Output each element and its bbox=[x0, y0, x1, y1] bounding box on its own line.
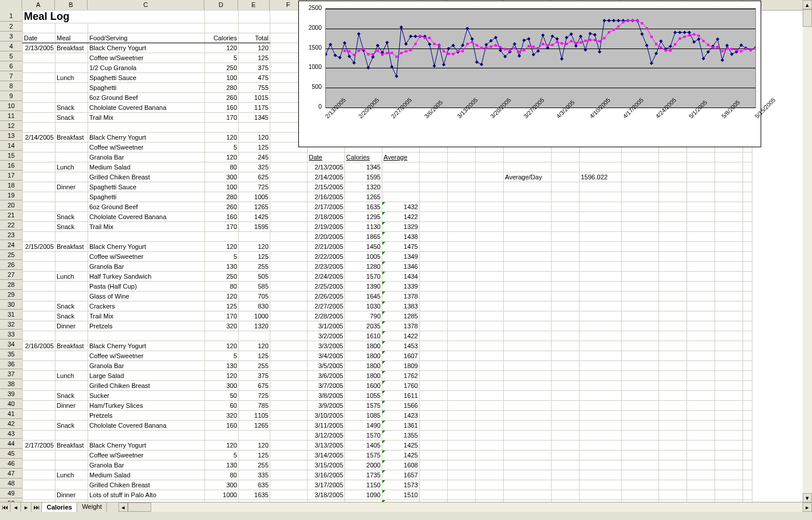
cell[interactable]: 1090 bbox=[345, 490, 382, 500]
cell[interactable] bbox=[580, 301, 622, 311]
cell[interactable]: 585 bbox=[239, 282, 270, 292]
cell[interactable] bbox=[88, 431, 205, 441]
cell[interactable] bbox=[476, 401, 504, 411]
cell[interactable]: 320 bbox=[205, 321, 239, 331]
cell[interactable] bbox=[580, 490, 622, 500]
cell[interactable] bbox=[504, 212, 552, 222]
cell[interactable]: 1575 bbox=[345, 401, 382, 411]
cell[interactable] bbox=[743, 162, 752, 172]
cell[interactable] bbox=[270, 252, 308, 262]
cell[interactable]: 5 bbox=[205, 252, 239, 262]
cell[interactable] bbox=[55, 450, 88, 460]
vscroll-thumb[interactable] bbox=[803, 9, 812, 27]
cell[interactable] bbox=[448, 262, 476, 272]
cell[interactable]: 2/27/2005 bbox=[308, 301, 345, 311]
cell[interactable]: Average/Day bbox=[504, 172, 552, 182]
cell[interactable] bbox=[23, 331, 55, 341]
cell[interactable] bbox=[743, 222, 752, 232]
cell[interactable] bbox=[659, 301, 687, 311]
cell[interactable]: 625 bbox=[239, 172, 270, 182]
cell[interactable] bbox=[552, 162, 580, 172]
row-header-15[interactable]: 15 bbox=[0, 151, 22, 161]
cell[interactable] bbox=[476, 232, 504, 242]
cell[interactable] bbox=[687, 411, 715, 421]
cell[interactable] bbox=[659, 381, 687, 391]
cell[interactable] bbox=[476, 192, 504, 202]
cell[interactable] bbox=[23, 202, 55, 212]
cell[interactable]: 335 bbox=[239, 470, 270, 480]
cell[interactable] bbox=[743, 192, 752, 202]
cell[interactable]: 3/9/2005 bbox=[308, 401, 345, 411]
cell[interactable]: Medium Salad bbox=[88, 470, 205, 480]
cell[interactable] bbox=[23, 381, 55, 391]
cell[interactable] bbox=[448, 351, 476, 361]
cell[interactable]: Snack bbox=[55, 301, 88, 311]
cell[interactable] bbox=[687, 192, 715, 202]
cell[interactable]: Spaghetti Sauce bbox=[88, 182, 205, 192]
row-header-22[interactable]: 22 bbox=[0, 220, 22, 230]
cell[interactable] bbox=[448, 252, 476, 262]
cell[interactable] bbox=[552, 470, 580, 480]
cell[interactable] bbox=[622, 272, 659, 282]
cell[interactable] bbox=[715, 351, 743, 361]
cell[interactable]: 3/13/2005 bbox=[308, 441, 345, 450]
cell[interactable] bbox=[476, 222, 504, 232]
cell[interactable]: 5 bbox=[205, 450, 239, 460]
row-header-6[interactable]: 6 bbox=[0, 61, 22, 71]
cell[interactable]: 375 bbox=[239, 371, 270, 381]
cell[interactable] bbox=[743, 321, 752, 331]
cell[interactable] bbox=[270, 162, 308, 172]
cell[interactable]: 2/13/2005 bbox=[308, 162, 345, 172]
cell[interactable] bbox=[420, 272, 448, 282]
cell[interactable]: 1320 bbox=[239, 321, 270, 331]
cell[interactable] bbox=[743, 311, 752, 321]
cell[interactable] bbox=[476, 321, 504, 331]
cell[interactable]: 325 bbox=[239, 162, 270, 172]
cell[interactable]: 125 bbox=[239, 143, 270, 152]
cell[interactable]: 1280 bbox=[345, 262, 382, 272]
cell[interactable] bbox=[23, 182, 55, 192]
cell[interactable] bbox=[420, 252, 448, 262]
cell[interactable]: 255 bbox=[239, 262, 270, 272]
cell[interactable] bbox=[715, 192, 743, 202]
cell[interactable] bbox=[205, 123, 239, 133]
cell[interactable]: Snack bbox=[55, 113, 88, 123]
cell[interactable] bbox=[476, 441, 504, 450]
cell[interactable]: 1345 bbox=[239, 113, 270, 123]
cell[interactable]: 1339 bbox=[382, 282, 420, 292]
tab-nav-next[interactable]: ▸ bbox=[21, 502, 32, 512]
cell[interactable] bbox=[622, 242, 659, 252]
cell[interactable] bbox=[659, 431, 687, 441]
cell[interactable]: 3/18/2005 bbox=[308, 490, 345, 500]
cell[interactable] bbox=[580, 391, 622, 401]
cell[interactable] bbox=[659, 272, 687, 282]
cell[interactable] bbox=[448, 162, 476, 172]
cell[interactable]: Grilled Chiken Breast bbox=[88, 480, 205, 490]
cell[interactable]: Snack bbox=[55, 311, 88, 321]
cell[interactable] bbox=[23, 421, 55, 431]
cell[interactable] bbox=[448, 311, 476, 321]
cell[interactable] bbox=[23, 371, 55, 381]
cell[interactable] bbox=[715, 371, 743, 381]
cell[interactable] bbox=[580, 470, 622, 480]
cell[interactable]: 725 bbox=[239, 182, 270, 192]
cell[interactable] bbox=[622, 361, 659, 371]
cell[interactable]: 2/20/2005 bbox=[308, 232, 345, 242]
cell[interactable] bbox=[552, 351, 580, 361]
cell[interactable] bbox=[659, 450, 687, 460]
cell[interactable]: Lunch bbox=[55, 272, 88, 282]
cell[interactable] bbox=[552, 411, 580, 421]
cell[interactable]: 2000 bbox=[345, 460, 382, 470]
cell[interactable] bbox=[476, 172, 504, 182]
cell[interactable] bbox=[622, 431, 659, 441]
cell[interactable]: Snack bbox=[55, 421, 88, 431]
row-header-12[interactable]: 12 bbox=[0, 121, 22, 131]
cell[interactable] bbox=[622, 401, 659, 411]
cell[interactable] bbox=[23, 232, 55, 242]
cell[interactable] bbox=[270, 480, 308, 490]
cell[interactable] bbox=[743, 232, 752, 242]
cell[interactable] bbox=[55, 351, 88, 361]
cell[interactable] bbox=[270, 262, 308, 272]
cell[interactable] bbox=[743, 152, 752, 162]
cell[interactable] bbox=[448, 222, 476, 232]
